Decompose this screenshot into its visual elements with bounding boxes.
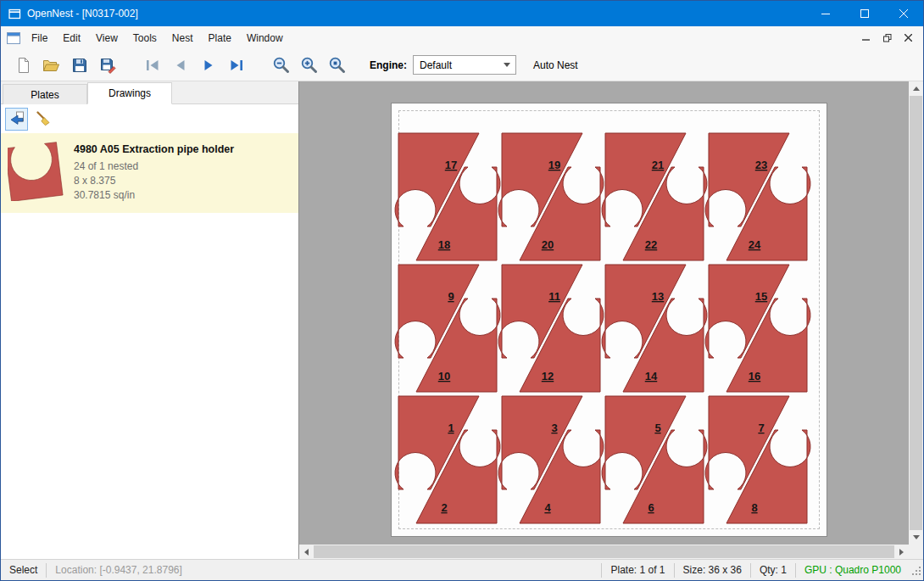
part-number: 1 [448,422,454,434]
engine-label: Engine: [370,59,407,71]
status-plate: Plate: 1 of 1 [602,564,673,576]
nest-cell: 1516 [705,265,810,392]
plate: 171819202122232491011121314151612345678 [391,103,827,537]
menu-bar: FileEditViewToolsNestPlateWindow [1,26,923,49]
part-number: 4 [544,501,551,514]
menu-item-tools[interactable]: Tools [125,26,164,49]
resize-grip-icon [911,566,922,577]
next-plate-button[interactable] [194,52,222,79]
tab-strip: Plates Drawings [1,81,298,104]
first-plate-button[interactable] [138,52,166,79]
vertical-scrollbar[interactable] [909,81,923,545]
scroll-down-icon[interactable] [913,535,920,539]
status-bar: Select Location: [-0.9437, 21.8796] Plat… [1,559,923,580]
drawing-info: 4980 A05 Extraction pipe holder 24 of 1 … [65,140,234,206]
open-button[interactable] [37,52,65,79]
part-number: 22 [645,238,657,251]
scroll-left-icon[interactable] [304,549,309,556]
scroll-up-icon[interactable] [913,87,920,91]
part-number: 20 [542,238,554,251]
prev-plate-button[interactable] [166,52,194,79]
drawing-list: 4980 A05 Extraction pipe holder 24 of 1 … [1,133,298,559]
zoom-fit-button[interactable] [323,52,351,79]
mdi-controls [855,26,923,49]
mdi-minimize-icon [862,34,870,42]
part-number: 15 [755,290,767,303]
part-number: 19 [548,159,560,171]
drawing-area: 30.7815 sq/in [74,188,234,203]
last-plate-button[interactable] [222,52,250,79]
close-icon [899,9,908,18]
menu-item-plate[interactable]: Plate [201,26,239,49]
tab-plates[interactable]: Plates [3,84,87,104]
drawing-nested-count: 24 of 1 nested [74,159,234,174]
app-icon [8,8,21,20]
tab-drawings[interactable]: Drawings [87,82,172,104]
horizontal-scrollbar[interactable] [299,545,909,559]
main-toolbar: Engine: Default Auto Nest [1,49,923,81]
close-button[interactable] [884,1,923,26]
part-number: 2 [441,501,447,514]
nest-cell: 34 [498,396,604,523]
zoom-in-button[interactable] [295,52,323,79]
part-number: 13 [652,290,664,303]
part-number: 8 [751,501,757,514]
nest-cell: 1112 [498,265,604,392]
plate-svg: 171819202122232491011121314151612345678 [392,103,827,536]
menu-item-nest[interactable]: Nest [164,26,201,49]
part-number: 17 [445,159,457,171]
mdi-restore-icon [883,34,892,42]
part-number: 14 [645,370,658,383]
nest-cell: 910 [395,265,500,392]
part-number: 12 [542,370,554,383]
nest-cell: 12 [395,396,500,523]
nest-cell: 1920 [498,133,604,260]
last-plate-icon [228,57,245,74]
part-number: 11 [548,290,560,303]
maximize-button[interactable] [845,1,884,26]
window-title: OpenNest - [N0317-002] [27,8,138,20]
nest-cell: 1314 [602,265,707,392]
mdi-close-button[interactable] [898,29,919,47]
part-number: 16 [749,370,760,383]
engine-select[interactable]: Default [413,55,516,75]
part-number: 3 [551,422,557,434]
first-plate-icon [144,57,161,74]
app-window: OpenNest - [N0317-002] FileEditViewTools… [0,0,924,581]
new-file-icon [15,57,32,74]
status-size: Size: 36 x 36 [675,564,750,576]
part-number: 24 [749,238,761,251]
save-button[interactable] [65,52,93,79]
drawing-title: 4980 A05 Extraction pipe holder [74,143,234,155]
status-qty: Qty: 1 [751,564,795,576]
nest-cell: 78 [705,396,810,523]
resize-grip[interactable] [911,566,922,579]
minimize-button[interactable] [806,1,845,26]
save-edit-icon [99,57,116,74]
horizontal-scroll-thumb[interactable] [314,545,894,558]
part-number: 18 [438,238,450,251]
save-edit-button[interactable] [93,52,121,79]
menu-item-view[interactable]: View [88,26,125,49]
menu-item-file[interactable]: File [24,26,55,49]
import-drawing-button[interactable] [5,108,28,131]
nest-cell: 56 [602,396,707,523]
zoom-out-button[interactable] [267,52,295,79]
nest-canvas[interactable]: 171819202122232491011121314151612345678 [299,81,923,559]
menu-item-edit[interactable]: Edit [55,26,88,49]
import-drawing-icon [8,110,25,127]
maximize-icon [860,9,869,18]
scroll-right-icon[interactable] [899,549,904,556]
auto-nest-button[interactable]: Auto Nest [533,59,578,71]
part-number: 10 [438,370,450,383]
drawing-list-item[interactable]: 4980 A05 Extraction pipe holder 24 of 1 … [1,133,298,213]
vertical-scroll-thumb[interactable] [910,96,922,530]
menu-item-window[interactable]: Window [239,26,291,49]
chevron-down-icon [504,63,510,67]
mdi-minimize-button[interactable] [855,29,877,47]
part-number: 5 [654,422,660,434]
save-icon [71,57,88,74]
mdi-restore-button[interactable] [877,29,898,47]
new-button[interactable] [9,52,37,79]
clean-button[interactable] [32,108,55,131]
